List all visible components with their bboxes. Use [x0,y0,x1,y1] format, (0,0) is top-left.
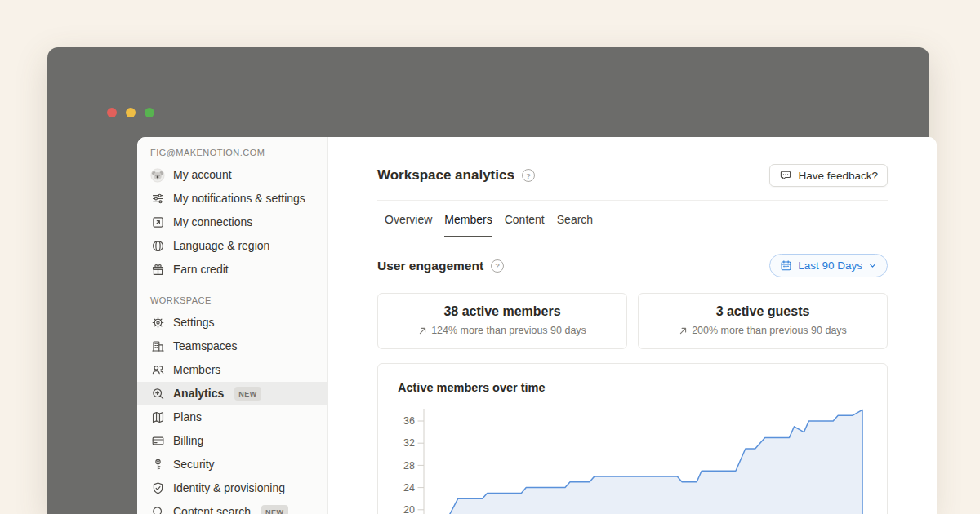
sidebar-item-label: Earn credit [173,262,229,277]
date-range-label: Last 90 Days [798,259,862,272]
workspace-menu: SettingsTeamspacesMembersAnalyticsNEWPla… [137,311,327,514]
zoom-window-button[interactable] [145,108,154,117]
sidebar-item-label: My account [173,167,232,183]
sidebar-item-label: Identity & provisioning [173,481,285,496]
sidebar-item-earn-credit[interactable]: Earn credit [137,258,327,281]
chart-title: Active members over time [378,364,887,395]
chevron-down-icon [868,261,877,270]
stat-value: 3 active guests [647,304,879,319]
y-axis-tick-label: 28 [403,460,415,472]
stat-value: 38 active members [386,304,618,319]
gift-icon [150,263,165,277]
people-icon [150,363,165,378]
sidebar-item-identity-provisioning[interactable]: Identity & provisioning [137,476,327,500]
key-icon [150,458,165,472]
y-axis-tick-label: 36 [403,415,415,427]
sidebar-item-label: Billing [173,433,203,449]
settings-sidebar: FIG@MAKENOTION.COM My accountMy notifica… [137,137,328,514]
sidebar-item-plans[interactable]: Plans [137,405,327,429]
sidebar-item-my-account[interactable]: My account [137,163,327,187]
trend-up-icon [418,326,427,335]
arrow-up-right-box-icon [150,215,165,230]
sidebar-item-label: Plans [173,410,202,425]
help-icon[interactable]: ? [491,259,504,273]
chart-card: Active members over time 162024283236 [377,363,888,514]
calendar-icon [780,259,792,272]
sidebar-item-label: My notifications & settings [173,191,305,206]
shield-check-icon [150,481,165,496]
sidebar-item-label: Settings [173,315,215,330]
sidebar-item-teamspaces[interactable]: Teamspaces [137,335,327,358]
date-range-button[interactable]: Last 90 Days [769,254,888,277]
page-title: Workspace analytics ? [377,167,535,184]
y-axis-tick-label: 32 [403,437,415,449]
minimize-window-button[interactable] [126,108,136,117]
main-content: Workspace analytics ? Have feedback? Ove… [328,137,937,514]
sidebar-item-my-connections[interactable]: My connections [137,210,327,234]
stat-delta-text: 124% more than previous 90 days [431,325,586,336]
app-window: FIG@MAKENOTION.COM My accountMy notifica… [47,47,929,514]
sidebar-item-settings[interactable]: Settings [137,311,327,335]
user-engagement-title: User engagement ? [377,259,504,273]
tab-members[interactable]: Members [444,201,492,237]
account-menu: My accountMy notifications & settingsMy … [137,163,327,281]
y-axis-tick-label: 24 [403,482,415,494]
sidebar-item-security[interactable]: Security [137,453,327,476]
avatar-koala-icon [150,168,165,183]
sidebar-item-analytics[interactable]: AnalyticsNEW [137,382,327,405]
page-background: FIG@MAKENOTION.COM My accountMy notifica… [0,0,980,514]
map-icon [150,410,165,425]
stat-cards-row: 38 active members124% more than previous… [377,293,888,349]
sidebar-item-label: Teamspaces [173,339,238,354]
sidebar-item-language-region[interactable]: Language & region [137,234,327,258]
stat-card-3-active-guests: 3 active guests200% more than previous 9… [638,293,888,349]
close-window-button[interactable] [107,108,117,117]
new-badge: NEW [261,505,288,514]
workspace-section-label: WORKSPACE [137,295,327,305]
stat-delta-text: 200% more than previous 90 days [692,325,847,336]
trend-up-icon [679,326,688,335]
stat-card-38-active-members: 38 active members124% more than previous… [377,293,627,349]
globe-icon [150,239,165,254]
sidebar-item-label: Analytics [173,386,224,401]
speech-bubble-icon [779,169,792,182]
magnifier-icon [150,505,165,514]
engagement-header-row: User engagement ? Last 90 Days [377,254,888,277]
tab-content[interactable]: Content [505,201,545,237]
sidebar-item-label: Members [173,362,220,378]
feedback-button-label: Have feedback? [798,170,878,182]
tab-overview[interactable]: Overview [385,201,432,237]
page-title-text: Workspace analytics [377,167,514,184]
page-header: Workspace analytics ? Have feedback? [377,137,888,187]
sidebar-item-label: Content search [173,504,251,514]
account-email-label: FIG@MAKENOTION.COM [137,148,327,157]
settings-panel: FIG@MAKENOTION.COM My accountMy notifica… [137,137,937,514]
sidebar-item-billing[interactable]: Billing [137,429,327,453]
sidebar-item-content-search[interactable]: Content searchNEW [137,500,327,514]
active-members-chart: 162024283236 [378,404,887,514]
tab-search[interactable]: Search [557,201,593,237]
sidebar-item-label: My connections [173,215,252,230]
magnifier-plus-icon [150,387,165,401]
user-engagement-title-text: User engagement [377,259,483,273]
analytics-tabs: OverviewMembersContentSearch [377,201,888,237]
building-icon [150,339,165,354]
window-controls [107,108,154,117]
sidebar-item-label: Language & region [173,238,270,254]
gear-icon [150,316,165,330]
have-feedback-button[interactable]: Have feedback? [769,164,888,187]
sidebar-item-label: Security [173,457,215,472]
help-icon[interactable]: ? [522,169,535,182]
sidebar-item-my-notifications-settings[interactable]: My notifications & settings [137,187,327,210]
new-badge: NEW [234,387,261,401]
sliders-icon [150,192,165,206]
chart-area-fill [424,410,862,514]
y-axis-tick-label: 20 [403,504,415,514]
credit-card-icon [150,434,165,449]
sidebar-item-members[interactable]: Members [137,358,327,382]
